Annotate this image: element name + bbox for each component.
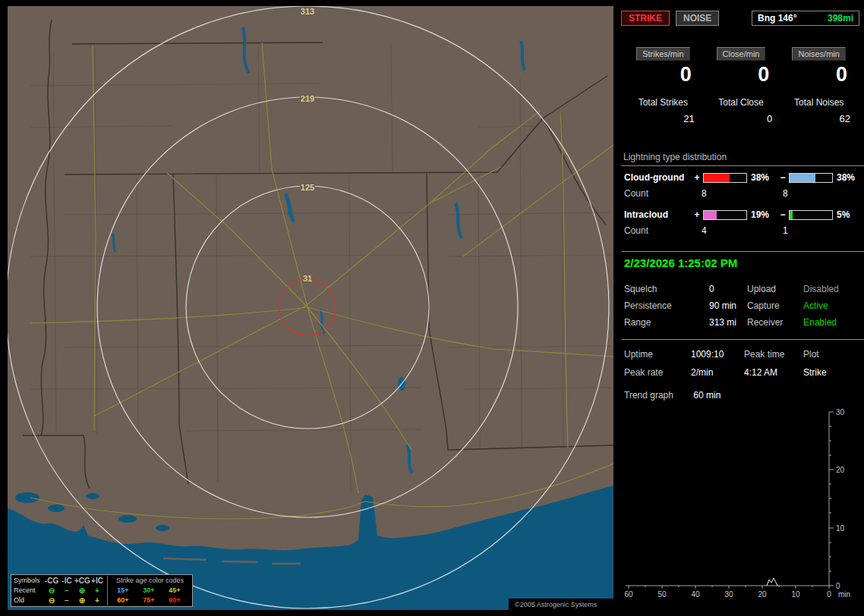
uptime-label: Uptime [624,349,691,360]
legend-header-row: Symbols -CG -IC +CG +IC Strike age color… [14,576,190,586]
pos-ic-old-icon: + [90,596,105,605]
capture-label: Capture [747,300,803,311]
totals-row: Total Strikes 21 Total Close 0 Total Noi… [624,97,858,124]
strike-mode-button[interactable]: STRIKE [621,11,670,26]
age-90: 90+ [162,596,188,605]
legend-col-pos-ic: +IC [90,576,105,586]
y-tick-0: 0 [836,582,840,590]
x-major-ticks [629,586,829,589]
x-tick-0: 0 [827,590,831,599]
ring-label-125: 125 [301,183,314,192]
squelch-label: Squelch [624,284,709,294]
plot-value: Strike [803,367,861,378]
total-strikes-label: Total Strikes [639,97,688,108]
stats-grid: Uptime 1009:10 Peak time Plot Peak rate … [624,349,861,378]
total-noises: Total Noises 62 [780,97,858,124]
range-label: Range [624,317,709,328]
total-noises-value: 62 [780,113,858,124]
plus-sign: + [692,209,702,220]
plot-label: Plot [803,349,861,360]
legend-old-label: Old [14,596,44,605]
close-per-min-value: 0 [702,63,780,86]
receiver-label: Receiver [747,317,803,328]
strikes-per-min-value: 0 [624,63,702,86]
cg-negative-count: 8 [783,188,788,199]
noises-per-min-value: 0 [780,63,858,86]
legend-col-neg-ic: -IC [59,576,74,586]
ring-label-313: 313 [301,7,314,16]
cg-positive-pct: 38% [749,172,778,183]
ring-label-219: 219 [301,94,314,103]
strikes-per-min-label: Strikes/min [636,47,689,61]
x-tick-20: 20 [758,590,767,599]
noises-per-min-counter: Noises/min 0 [780,47,858,86]
uptime-value: 1009:10 [691,349,744,360]
x-unit-label: min [838,590,850,599]
minus-sign: − [778,172,787,183]
ic-negative-count: 1 [783,225,788,236]
mode-toolbar: STRIKE NOISE Bng 146° 398mi [621,11,859,26]
total-strikes: Total Strikes 21 [624,97,702,124]
ring-label-31: 31 [303,274,312,283]
trend-graph-label: Trend graph [624,390,691,401]
legend-age-header: Strike age color codes [110,576,190,586]
strike-rate-trace [767,578,777,586]
x-tick-60: 60 [624,590,633,599]
distribution-title: Lightning type distribution [621,152,864,166]
pos-cg-recent-icon: ⊕ [74,586,90,596]
ic-negative-pct: 5% [834,209,864,220]
ic-positive-pct: 19% [749,209,778,220]
neg-ic-old-icon: − [59,596,74,605]
squelch-value: 0 [709,284,747,294]
x-tick-40: 40 [691,590,700,599]
cg-negative-pct: 38% [834,172,864,183]
x-tick-50: 50 [657,590,667,599]
ic-positive-bar [703,210,747,220]
peak-time-label: Peak time [744,349,803,360]
total-close: Total Close 0 [702,97,780,124]
persistence-label: Persistence [624,300,709,311]
minus-sign: − [778,209,787,220]
intracloud-count-row: Count 4 1 [621,225,864,236]
neg-cg-recent-icon: ⊖ [44,586,59,596]
total-noises-label: Total Noises [794,97,844,108]
y-tick-20: 20 [836,466,845,474]
receiver-status: Enabled [803,317,861,328]
persistence-value: 90 min [709,300,747,311]
rate-counters: Strikes/min 0 Close/min 0 Noises/min 0 [624,47,858,86]
pos-ic-recent-icon: + [90,586,105,596]
legend-symbols-header: Symbols [14,576,44,586]
y-tick-30: 30 [836,408,845,416]
trend-graph-row: Trend graph 60 min [624,390,721,401]
divider [621,339,864,340]
ic-negative-bar [789,210,833,220]
copyright-text: ©2005 Astrogenic Systems [515,601,598,608]
legend-recent-label: Recent [14,586,44,596]
cg-negative-bar [789,173,833,183]
upload-label: Upload [747,284,803,294]
strikes-per-min-counter: Strikes/min 0 [624,47,702,86]
lightning-map[interactable]: 313 219 125 31 ©2005 Astrogenic Systems [8,6,613,610]
range-value: 313 mi [709,317,747,328]
peak-rate-value: 2/min [691,367,744,378]
ic-count-label: Count [624,225,702,236]
cloud-ground-row: Cloud-ground + 38% − 38% [621,172,864,183]
legend-col-pos-cg: +CG [74,576,90,586]
ic-positive-count: 4 [702,225,783,236]
close-per-min-label: Close/min [717,47,766,61]
legend-col-neg-cg: -CG [44,576,59,586]
cloud-ground-label: Cloud-ground [624,172,692,183]
bearing-label: Bng 146° [758,13,796,24]
noises-per-min-label: Noises/min [792,47,845,61]
status-panel: STRIKE NOISE Bng 146° 398mi Strikes/min … [621,0,864,616]
noise-mode-button[interactable]: NOISE [676,11,719,26]
cg-positive-bar [703,173,747,183]
x-tick-10: 10 [791,590,800,599]
datetime-display: 2/23/2026 1:25:02 PM [624,256,737,269]
x-tick-30: 30 [724,590,733,599]
age-60: 60+ [110,596,136,605]
peak-rate-label: Peak rate [624,367,691,378]
age-30: 30+ [136,586,162,596]
bearing-distance: 398mi [828,13,853,24]
total-close-label: Total Close [718,97,763,108]
